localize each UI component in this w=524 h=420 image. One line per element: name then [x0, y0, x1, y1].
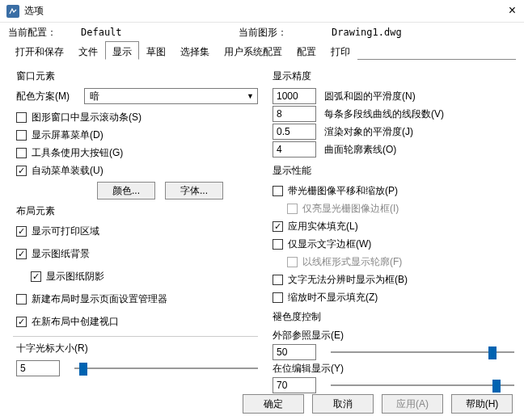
layout-elements-title: 布局元素 — [16, 204, 258, 218]
left-column: 窗口元素 配色方案(M) 暗 ▼ 图形窗口中显示滚动条(S) 显示屏幕菜单(D)… — [16, 66, 258, 393]
scrollbars-label: 图形窗口中显示滚动条(S) — [32, 111, 142, 124]
printable-area-label: 显示可打印区域 — [32, 225, 99, 238]
raster-frame-label: 仅亮显光栅图像边框(I) — [302, 202, 399, 216]
arc-smoothness-input[interactable] — [273, 88, 316, 104]
current-drawing-value: Drawing1.dwg — [332, 27, 402, 38]
tab-files[interactable]: 文件 — [71, 41, 105, 60]
no-fill-zoom-label: 缩放时不显示填充(Z) — [288, 291, 378, 304]
title-bar: 选项 × — [0, 0, 524, 23]
printable-area-checkbox[interactable] — [16, 226, 27, 237]
help-button[interactable]: 帮助(H) — [451, 394, 513, 414]
close-icon[interactable]: × — [509, 3, 516, 18]
auto-menu-label: 自动菜单装载(U) — [32, 164, 104, 178]
text-frame-label: 仅显示文字边框(W) — [288, 237, 371, 251]
text-unreadable-checkbox[interactable] — [273, 275, 283, 285]
inplace-fade-input[interactable] — [273, 377, 316, 393]
wire-silhouette-label: 以线框形式显示轮廓(F) — [302, 255, 402, 269]
tab-drafting[interactable]: 草图 — [139, 41, 173, 60]
screen-menu-checkbox[interactable] — [16, 130, 27, 141]
cancel-button[interactable]: 取消 — [312, 394, 374, 414]
viewport-label: 在新布局中创建视口 — [32, 315, 119, 329]
fade-control-title: 褪色度控制 — [273, 310, 514, 324]
xref-fade-label: 外部参照显示(E) — [273, 329, 514, 342]
cursor-size-input[interactable] — [16, 360, 60, 376]
xref-fade-input[interactable] — [273, 344, 316, 360]
text-frame-checkbox[interactable] — [273, 239, 283, 250]
arc-smoothness-label: 圆弧和圆的平滑度(N) — [324, 90, 416, 103]
cursor-size-title: 十字光标大小(R) — [16, 342, 258, 355]
colors-button[interactable]: 颜色... — [97, 182, 155, 200]
window-title: 选项 — [24, 4, 44, 18]
polyline-segments-input[interactable] — [273, 106, 316, 122]
surface-contour-input[interactable] — [273, 141, 316, 158]
tab-profiles[interactable]: 配置 — [289, 41, 323, 60]
ok-button[interactable]: 确定 — [243, 394, 304, 414]
raster-pan-checkbox[interactable] — [273, 186, 283, 196]
raster-frame-checkbox — [287, 204, 298, 214]
surface-contour-label: 曲面轮廓素线(O) — [324, 143, 396, 157]
current-config-value: Default — [81, 27, 239, 38]
no-fill-zoom-checkbox[interactable] — [273, 292, 283, 303]
current-drawing-label: 当前图形： — [239, 26, 332, 40]
wire-silhouette-checkbox — [287, 257, 298, 267]
display-performance-title: 显示性能 — [273, 164, 514, 178]
tab-open-save[interactable]: 打开和保存 — [8, 41, 71, 60]
big-buttons-label: 工具条使用大按钮(G) — [32, 146, 123, 160]
current-config-label: 当前配置： — [8, 26, 81, 40]
info-row: 当前配置： Default 当前图形： Drawing1.dwg — [0, 23, 524, 40]
chevron-down-icon: ▼ — [247, 92, 254, 100]
page-setup-label: 新建布局时显示页面设置管理器 — [32, 292, 167, 306]
app-icon — [6, 5, 19, 18]
paper-bg-checkbox[interactable] — [16, 249, 27, 259]
dialog-footer: 确定 取消 应用(A) 帮助(H) — [243, 394, 513, 414]
right-column: 显示精度 圆弧和圆的平滑度(N) 每条多段线曲线的线段数(V) 渲染对象的平滑度… — [273, 66, 514, 393]
tab-user-prefs[interactable]: 用户系统配置 — [217, 41, 289, 60]
scrollbars-checkbox[interactable] — [16, 112, 27, 123]
viewport-checkbox[interactable] — [16, 317, 27, 327]
color-scheme-select[interactable]: 暗 ▼ — [84, 88, 258, 104]
apply-button[interactable]: 应用(A) — [382, 394, 443, 414]
render-smoothness-input[interactable] — [273, 124, 316, 140]
auto-menu-checkbox[interactable] — [16, 166, 27, 176]
page-setup-checkbox[interactable] — [16, 294, 27, 304]
screen-menu-label: 显示屏幕菜单(D) — [32, 128, 104, 142]
big-buttons-checkbox[interactable] — [16, 148, 27, 158]
display-precision-title: 显示精度 — [273, 69, 514, 83]
fonts-button[interactable]: 字体... — [165, 182, 223, 200]
tab-print[interactable]: 打印 — [323, 41, 357, 60]
solid-fill-checkbox[interactable] — [273, 221, 283, 232]
paper-bg-label: 显示图纸背景 — [32, 247, 90, 261]
color-scheme-value: 暗 — [90, 90, 99, 103]
tab-display[interactable]: 显示 — [105, 41, 139, 60]
solid-fill-label: 应用实体填充(L) — [288, 220, 358, 233]
inplace-fade-slider[interactable] — [331, 378, 514, 393]
raster-pan-label: 带光栅图像平移和缩放(P) — [288, 184, 398, 198]
tab-selection[interactable]: 选择集 — [173, 41, 217, 60]
polyline-segments-label: 每条多段线曲线的线段数(V) — [324, 107, 444, 121]
cursor-size-slider[interactable] — [74, 361, 258, 376]
render-smoothness-label: 渲染对象的平滑度(J) — [324, 125, 413, 139]
text-unreadable-label: 文字无法分辨时显示为框(B) — [288, 273, 408, 287]
inplace-fade-label: 在位编辑显示(Y) — [273, 362, 514, 376]
color-scheme-label: 配色方案(M) — [16, 90, 84, 103]
paper-shadow-checkbox[interactable] — [31, 271, 41, 282]
paper-shadow-label: 显示图纸阴影 — [46, 270, 104, 284]
tab-strip: 打开和保存 文件 显示 草图 选择集 用户系统配置 配置 打印 — [8, 40, 516, 60]
window-elements-title: 窗口元素 — [16, 69, 258, 83]
xref-fade-slider[interactable] — [331, 345, 514, 359]
